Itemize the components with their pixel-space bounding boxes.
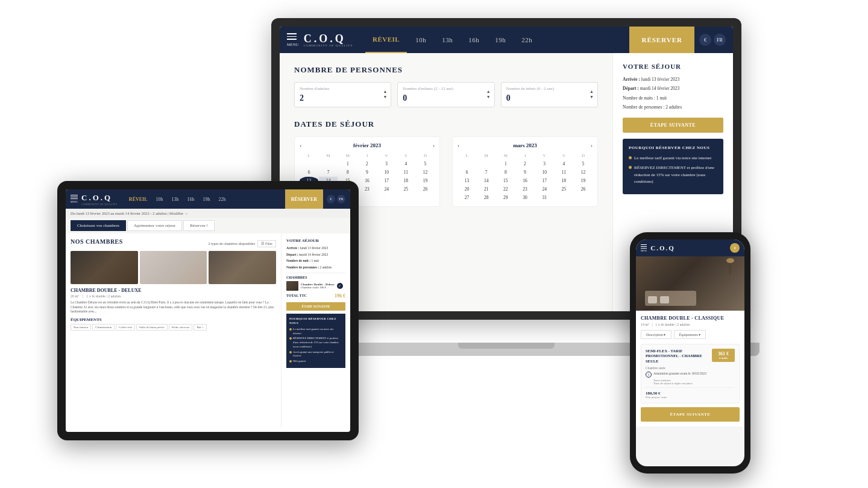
cal-day[interactable]: 12 (574, 168, 593, 176)
cal-day[interactable]: 3 (377, 160, 396, 168)
cal-day[interactable]: 23 (357, 185, 376, 193)
tablet-nav-reveil[interactable]: RÉVEIL (125, 189, 152, 209)
cal-day[interactable]: 30 (515, 194, 534, 201)
cal-day[interactable]: 22 (496, 185, 515, 193)
phone-next-button[interactable]: ÉTAPE SUIVANTE (641, 407, 740, 422)
depart-value: mardi 14 février 2023 (640, 86, 680, 91)
currency-euro[interactable]: € (699, 34, 711, 46)
cal-day[interactable]: 26 (574, 185, 593, 193)
cal-day[interactable]: 1 (338, 160, 357, 168)
phone-price-bottom: 180,50 € Prix moyen / nuit (646, 387, 735, 399)
tablet-reserve-button[interactable]: RÉSERVER (285, 189, 323, 209)
cal-day[interactable]: 2 (515, 160, 534, 168)
adults-down[interactable]: ▼ (383, 95, 387, 100)
cal-day[interactable]: 7 (477, 168, 495, 176)
cal-day[interactable]: 15 (496, 177, 515, 185)
cal-day[interactable]: 8 (338, 168, 357, 176)
cal-day[interactable]: 17 (377, 177, 396, 185)
tablet-nav-10h[interactable]: 10h (152, 189, 168, 209)
children-up[interactable]: ▲ (486, 90, 491, 94)
cal-day[interactable]: 18 (397, 177, 415, 185)
cal-day[interactable]: 9 (357, 168, 376, 176)
cal-day[interactable]: 29 (496, 194, 515, 201)
cal-day[interactable]: 2 (357, 160, 376, 168)
reserve-button[interactable]: RÉSERVER (629, 27, 694, 53)
cal-day[interactable]: 11 (397, 168, 415, 176)
cal-day[interactable]: 3 (535, 160, 554, 168)
chambre-select[interactable]: ✓ (337, 283, 343, 289)
babies-arrows[interactable]: ▲ ▼ (590, 90, 594, 100)
cal-day[interactable]: 19 (574, 177, 593, 185)
cal-day[interactable]: 25 (397, 185, 415, 193)
phone-tab-equip[interactable]: Équipements ▾ (674, 330, 706, 339)
cal-day[interactable]: 17 (535, 177, 554, 185)
cal-day[interactable]: 6 (300, 168, 318, 176)
cal-day[interactable]: 31 (535, 194, 554, 201)
hamburger-menu[interactable]: MENU (287, 33, 299, 46)
ts-chambre-item: Chambre Double - Deluxe Chambre seule 19… (286, 281, 345, 291)
adults-arrows[interactable]: ▲ ▼ (383, 90, 387, 100)
tablet-hamburger[interactable]: MENU (71, 195, 78, 203)
children-arrows[interactable]: ▲ ▼ (486, 90, 491, 100)
tablet-nav-19h[interactable]: 19h (199, 189, 215, 209)
tablet-currency-eur[interactable]: € (327, 195, 335, 203)
phone-tab-desc[interactable]: Description ▾ (641, 330, 671, 339)
cal-day[interactable]: 11 (555, 168, 573, 176)
cal-day[interactable]: 23 (515, 185, 534, 193)
cal-day[interactable]: 13 (458, 177, 476, 185)
cal-day[interactable]: 27 (458, 194, 476, 201)
cal-day[interactable]: 7 (319, 168, 338, 176)
cal-day[interactable]: 10 (535, 168, 554, 176)
nav-item-16h[interactable]: 16h (461, 27, 486, 53)
babies-up[interactable]: ▲ (590, 90, 594, 94)
cal-day[interactable]: 24 (535, 185, 554, 193)
cal-day[interactable]: 4 (555, 160, 573, 168)
tablet-tab-reserve[interactable]: Réservez ! (183, 220, 215, 231)
tablet-nav-16h[interactable]: 16h (183, 189, 199, 209)
phone-cancel-info: i Annulation gratuite avant le 18/02/202… (646, 372, 735, 378)
cal-day[interactable]: 19 (416, 177, 435, 185)
filter-button[interactable]: ☰ Filter (257, 240, 276, 247)
cal-day[interactable]: 28 (477, 194, 495, 201)
nav-item-22h[interactable]: 22h (514, 27, 539, 53)
phone-hamburger[interactable]: MENU (641, 244, 647, 252)
cal-day[interactable]: 5 (574, 160, 593, 168)
cal-day[interactable]: 4 (397, 160, 415, 168)
cal-day[interactable]: 12 (416, 168, 435, 176)
cal-day[interactable]: 18 (555, 177, 573, 185)
nav-item-reveil[interactable]: RÉVEIL (365, 27, 407, 53)
tablet-nav-22h[interactable]: 22h (215, 189, 230, 209)
cal-day[interactable]: 16 (357, 177, 376, 185)
tablet-nav-13h[interactable]: 13h (168, 189, 183, 209)
cal-day[interactable]: 10 (377, 168, 396, 176)
arrival-label: Arrivée : (623, 77, 640, 82)
ts-next-button[interactable]: ÉTAPE SUIVANTE (286, 302, 345, 311)
cancel-text: Annulation gratuite avant le 18/02/2023 (653, 372, 706, 375)
children-down[interactable]: ▼ (486, 95, 491, 100)
cal-next[interactable]: › (433, 142, 435, 148)
phone-cart-icon[interactable]: 1 (730, 243, 740, 253)
cal-day[interactable]: 24 (377, 185, 396, 193)
cal-day[interactable]: 16 (515, 177, 534, 185)
tablet-lang-fr[interactable]: FR (337, 195, 345, 203)
babies-down[interactable]: ▼ (590, 95, 594, 100)
tablet-tab-amenities[interactable]: Agrémentez votre séjour (127, 220, 182, 231)
cal-day[interactable]: 8 (496, 168, 515, 176)
tablet-tab-rooms[interactable]: Choisissez vos chambres (71, 220, 126, 231)
cal-next-mar[interactable]: › (591, 142, 593, 148)
language-fr[interactable]: FR (714, 34, 726, 46)
cal-day[interactable]: 25 (555, 185, 573, 193)
cal-day[interactable]: 5 (416, 160, 435, 168)
cal-day[interactable]: 20 (458, 185, 476, 193)
cal-day[interactable]: 1 (496, 160, 515, 168)
cal-day[interactable]: 21 (477, 185, 495, 193)
cal-day[interactable]: 26 (416, 185, 435, 193)
cal-day[interactable]: 9 (515, 168, 534, 176)
cal-day[interactable]: 6 (458, 168, 476, 176)
nav-item-10h[interactable]: 10h (408, 27, 433, 53)
nav-item-13h[interactable]: 13h (435, 27, 460, 53)
next-step-button[interactable]: ÉTAPE SUIVANTE (623, 118, 723, 133)
nav-item-19h[interactable]: 19h (488, 27, 513, 53)
cal-day[interactable]: 14 (477, 177, 495, 185)
adults-up[interactable]: ▲ (383, 90, 387, 94)
